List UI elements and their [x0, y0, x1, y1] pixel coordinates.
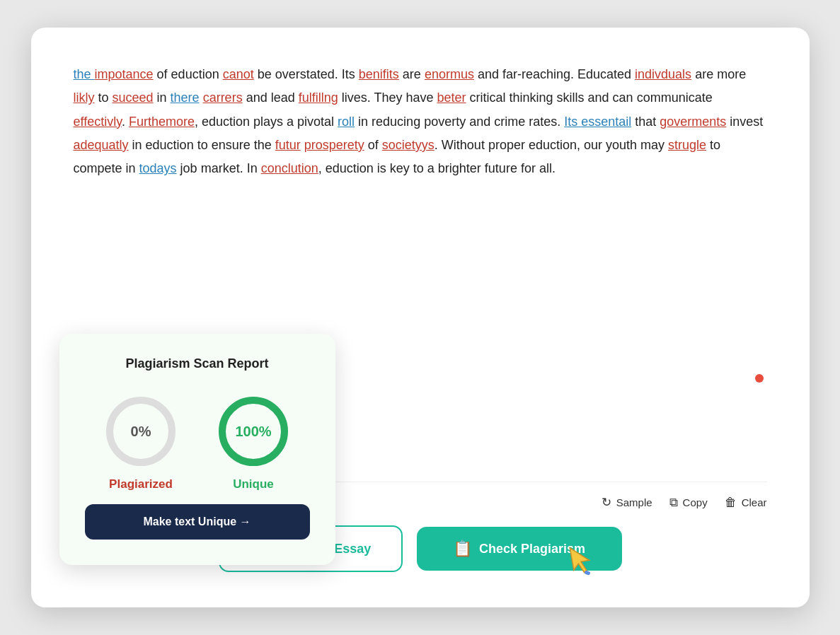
- plagiarized-percent: 0%: [131, 424, 151, 440]
- misspelled-word: effectivly: [74, 115, 122, 129]
- make-unique-button[interactable]: Make text Unique →: [85, 504, 310, 540]
- grammar-issue: todays: [139, 161, 177, 175]
- grammar-issue: roll: [338, 115, 355, 129]
- misspelled-word: societyys: [382, 138, 435, 152]
- grammar-issue: Its essentail: [564, 115, 631, 129]
- misspelled-word: benifits: [359, 67, 399, 81]
- misspelled-word: suceed: [113, 91, 154, 105]
- misspelled-word: strugle: [668, 138, 706, 152]
- document-icon: 📋: [453, 540, 472, 558]
- cursor-icon: [560, 537, 604, 586]
- grammar-issue: there: [171, 91, 200, 105]
- plagiarized-label: Plagiarized: [109, 477, 173, 491]
- unique-percent: 100%: [235, 424, 271, 440]
- misspelled-word: conclution: [261, 161, 318, 175]
- sample-button[interactable]: ↻ Sample: [602, 495, 652, 510]
- unique-ring: 100%: [214, 392, 292, 470]
- plagiarized-circle-item: 0% Plagiarized: [102, 392, 180, 491]
- misspelled-word: indivduals: [635, 67, 691, 81]
- unique-circle-item: 100% Unique: [214, 392, 292, 491]
- misspelled-word: futur: [275, 138, 301, 152]
- circles-row: 0% Plagiarized 100% Unique: [85, 392, 310, 491]
- misspelled-word: impotance: [95, 67, 154, 81]
- plagiarized-ring: 0%: [102, 392, 180, 470]
- unique-label: Unique: [233, 477, 274, 491]
- refresh-icon: ↻: [602, 495, 611, 510]
- sample-label: Sample: [616, 496, 652, 508]
- clear-button[interactable]: 🗑 Clear: [725, 496, 767, 510]
- bottom-actions: ↻ Sample ⧉ Copy 🗑 Clear: [602, 495, 767, 510]
- misspelled-word: prosperety: [304, 138, 364, 152]
- check-plagiarism-button[interactable]: 📋 Check Plagiarism: [417, 527, 622, 571]
- main-container: the impotance of eduction canot be overs…: [31, 28, 810, 607]
- misspelled-word: fulfillng: [299, 91, 338, 105]
- misspelled-word: canot: [223, 67, 254, 81]
- copy-button[interactable]: ⧉ Copy: [669, 496, 708, 510]
- misspelled-word: beter: [437, 91, 466, 105]
- misspelled-word: Furthemore: [129, 115, 195, 129]
- misspelled-word: likly: [74, 91, 95, 105]
- report-title: Plagiarism Scan Report: [85, 356, 310, 371]
- trash-icon: 🗑: [725, 496, 737, 510]
- copy-label: Copy: [683, 496, 708, 508]
- clear-label: Clear: [742, 496, 767, 508]
- misspelled-word: goverments: [660, 115, 726, 129]
- misspelled-word: carrers: [203, 91, 243, 105]
- misspelled-word: enormus: [425, 67, 474, 81]
- grammar-issue: the: [74, 67, 95, 81]
- red-dot-indicator: [755, 374, 764, 383]
- plagiarism-report-card: Plagiarism Scan Report 0% Plagiarized: [59, 334, 335, 565]
- misspelled-word: adequatly: [74, 138, 129, 152]
- copy-icon: ⧉: [669, 496, 678, 510]
